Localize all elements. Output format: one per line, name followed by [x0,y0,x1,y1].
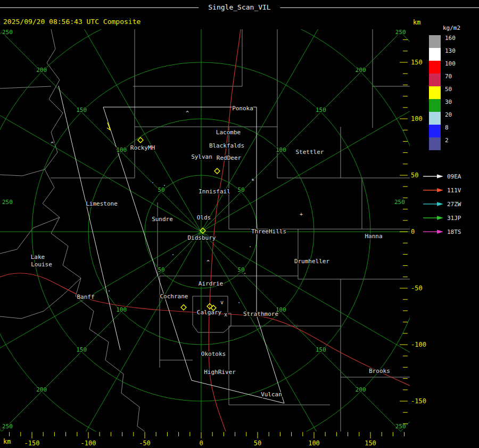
site-legend-row: 31JP [423,211,461,225]
city-label: Blackfalds [209,142,244,149]
colorbar-entry: 20 [429,112,460,125]
range-label: 200 [356,67,366,74]
town-marker: · [237,300,241,306]
colorbar-entry: 160 [429,35,460,48]
colorbar-entries: 1601301007050302082 [429,35,460,150]
town-marker: ^ [207,259,210,265]
azimuth-line [201,0,342,232]
azimuth-line [60,0,201,232]
colorbar-swatch [429,112,441,125]
town-marker: * [251,178,254,184]
right-axis-label: 100 [411,115,423,123]
site-id: 31JP [447,215,461,222]
range-label: 200 [36,67,47,74]
bottom-axis-label: 150 [365,439,376,447]
town-marker: + [300,211,303,217]
county-boundaries [0,29,410,437]
range-label: 250 [394,199,405,206]
range-label: 150 [76,107,87,113]
coverage-edge [59,86,120,350]
city-label: Didsbury [188,234,216,241]
range-label: 150 [316,107,326,113]
radar-site-diamond-icon [214,168,220,174]
bottom-axis-label: 0 [199,439,203,447]
colorbar-value: 70 [445,74,452,80]
bottom-axis-label: -50 [139,439,151,447]
range-label: 250 [395,29,406,36]
site-legend-row: 18TS [423,225,461,239]
county-line [160,279,410,437]
town-marker: · [243,271,246,276]
range-label: 150 [76,346,87,353]
azimuth-line [0,91,201,232]
city-label: Banff [77,294,94,300]
site-legend: 09EA111V27ZW31JP18TS [423,169,461,239]
city-label: Cochrane [160,293,188,300]
highways [0,29,410,437]
right-axis-label: -50 [411,284,423,292]
range-label: 150 [316,346,326,353]
bottom-axis-label: -150 [24,439,40,447]
site-arrow-icon [423,201,444,207]
town-marker: x [224,312,227,317]
colorbar-entry: 8 [429,125,460,137]
right-axis-label: -150 [411,397,426,405]
site-legend-row: 111V [423,183,461,197]
colorbar-swatch [429,125,441,137]
city-label: Ponoka [232,105,253,112]
colorbar-value: 30 [445,99,452,105]
county-line [0,169,81,319]
colorbar-entry: 130 [429,48,460,61]
city-label: Limestone [86,200,118,207]
range-label: 250 [2,29,13,36]
site-arrow-icon [423,215,444,221]
city-label: Lacombe [216,129,241,136]
colorbar-swatch [429,137,441,150]
coverage-polygon [103,107,284,403]
radar-site-diamond-icon [138,137,143,143]
city-label: Drumheller [294,258,330,265]
range-ring [0,0,479,448]
colorbar-entry: 70 [429,74,460,86]
range-label: 100 [276,146,286,153]
city-label: Louise [31,261,52,268]
site-arrow-icon [423,188,444,193]
site-legend-row: 09EA [423,169,461,183]
colorbar-swatch [429,35,441,48]
site-id: 111V [447,187,461,194]
right-axis-label: 150 [411,59,423,66]
city-label: Airdrie [199,280,223,287]
city-label: Olds [197,214,211,221]
right-axis-label: 0 [411,228,415,235]
town-marker: · [151,180,154,186]
city-label: ThreeHills [251,228,286,235]
colorbar-unit: kg/m2 [443,25,460,31]
city-label: HighRiver [204,369,236,376]
colorbar-swatch [429,48,441,61]
bottom-axis-label: 100 [308,439,320,447]
range-label: 250 [2,423,13,430]
city-label: Hanna [365,233,382,240]
right-axis-label: -100 [411,341,426,348]
city-label: Stettler [296,149,324,156]
colorbar-value: 130 [445,48,456,54]
site-arrow-icon [423,229,444,234]
colorbar-value: 50 [445,86,452,93]
city-label: RedDeer [217,154,242,161]
range-label: 50 [237,186,244,193]
city-label: RockyMH [130,144,155,151]
range-label: 100 [116,306,127,313]
town-marker: v [220,299,224,305]
colorbar-value: 20 [445,112,452,118]
city-label: Strathmore [243,311,278,317]
town-marker: · [108,288,111,294]
colorbar-swatch [429,61,441,74]
colorbar-value: 160 [445,35,456,42]
colorbar-entry: 30 [429,99,460,112]
highway-line [209,313,410,386]
town-marker: · [171,252,175,258]
range-label: 100 [116,146,127,153]
radar-map-canvas[interactable]: 5010015020025050100150200250501001502002… [0,0,479,448]
site-legend-row: 27ZW [423,197,461,211]
town-marker: · [249,244,252,250]
